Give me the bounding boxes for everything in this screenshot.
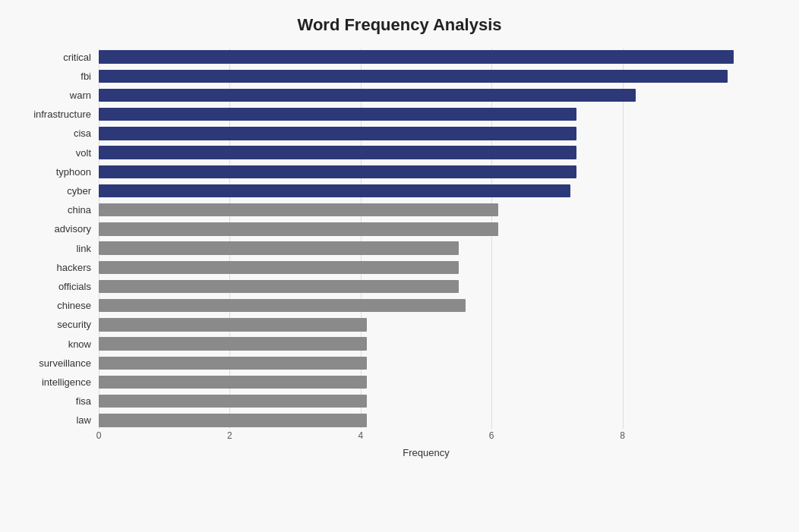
bar-row: cisa (99, 125, 753, 142)
x-axis-label: Frequency (99, 447, 753, 458)
bar-row: advisory (99, 221, 753, 238)
bar-label: advisory (15, 223, 99, 235)
bar-label: infrastructure (15, 109, 99, 120)
bar-track (99, 202, 753, 219)
bar-row: typhoon (99, 163, 753, 180)
bar (99, 241, 459, 254)
bar-track (99, 68, 753, 84)
bar-row: security (99, 316, 753, 333)
bar-track (99, 87, 753, 103)
bar (99, 222, 498, 235)
bar-track (99, 393, 753, 410)
bar-row: surveillance (99, 354, 753, 371)
bar (99, 70, 728, 83)
bar (99, 165, 576, 178)
bar (99, 376, 367, 389)
bar (99, 414, 367, 427)
bar-track (99, 259, 753, 275)
bar-row: china (99, 202, 753, 219)
bar-row: cyber (99, 182, 753, 199)
bar-row: critical (99, 49, 753, 65)
bar-row: fbi (99, 68, 753, 84)
bar-row: intelligence (99, 373, 753, 390)
bar-label: surveillance (15, 357, 99, 369)
bar-track (99, 163, 753, 180)
bar-track (99, 125, 753, 142)
bar (99, 184, 570, 197)
bar-label: security (15, 319, 99, 330)
bar-row: warn (99, 87, 753, 103)
bar (99, 261, 459, 274)
bar-track (99, 144, 753, 161)
bar-row: infrastructure (99, 106, 753, 123)
bar-label: warn (15, 90, 99, 101)
bar-label: fisa (15, 395, 99, 407)
x-ticks: 02468 (99, 429, 753, 444)
bar-track (99, 373, 753, 390)
bar-label: typhoon (15, 166, 99, 178)
bar-row: volt (99, 144, 753, 161)
bar-label: cyber (15, 185, 99, 197)
bar-label: officials (15, 281, 99, 292)
bar (99, 299, 466, 312)
bar (99, 395, 367, 408)
bar (99, 146, 576, 159)
bar-track (99, 278, 753, 294)
bar-row: hackers (99, 259, 753, 275)
bar (99, 108, 576, 121)
chart-title: Word Frequency Analysis (46, 15, 753, 35)
x-tick: 8 (620, 430, 625, 441)
bar-track (99, 182, 753, 199)
bar-label: volt (15, 147, 99, 159)
x-axis: 02468 Frequency (99, 429, 753, 459)
bar-track (99, 335, 753, 352)
bar-track (99, 316, 753, 333)
bar-label: link (15, 243, 99, 254)
bar-track (99, 240, 753, 257)
bar-row: know (99, 335, 753, 352)
bar-track (99, 221, 753, 238)
bar (99, 89, 636, 102)
bar-label: law (15, 414, 99, 426)
bar-row: officials (99, 278, 753, 294)
bar-row: chinese (99, 297, 753, 314)
bar-track (99, 297, 753, 314)
bar-track (99, 354, 753, 371)
bar (99, 203, 498, 216)
x-tick: 4 (358, 430, 363, 441)
chart-area: criticalfbiwarninfrastructurecisavolttyp… (99, 49, 753, 459)
bar-label: critical (15, 52, 99, 63)
bar-row: fisa (99, 393, 753, 410)
bar (99, 127, 576, 140)
bar (99, 280, 459, 293)
bar-track (99, 49, 753, 65)
bar-track (99, 106, 753, 123)
bar (99, 318, 367, 331)
bar-label: fbi (15, 71, 99, 82)
chart-container: Word Frequency Analysis criticalfbiwarni… (0, 0, 799, 532)
bars-wrapper: criticalfbiwarninfrastructurecisavolttyp… (99, 49, 753, 429)
bar (99, 357, 367, 370)
bar-label: intelligence (15, 376, 99, 388)
x-tick: 2 (227, 430, 232, 441)
bar-row: link (99, 240, 753, 257)
bar-track (99, 412, 753, 429)
bar-label: cisa (15, 127, 99, 139)
bar-label: china (15, 204, 99, 216)
bar (99, 337, 367, 350)
bar-label: hackers (15, 262, 99, 273)
bar (99, 50, 734, 63)
bar-label: know (15, 338, 99, 350)
bar-label: chinese (15, 300, 99, 311)
x-tick: 0 (96, 430, 102, 441)
bar-row: law (99, 412, 753, 429)
x-tick: 6 (489, 430, 494, 441)
